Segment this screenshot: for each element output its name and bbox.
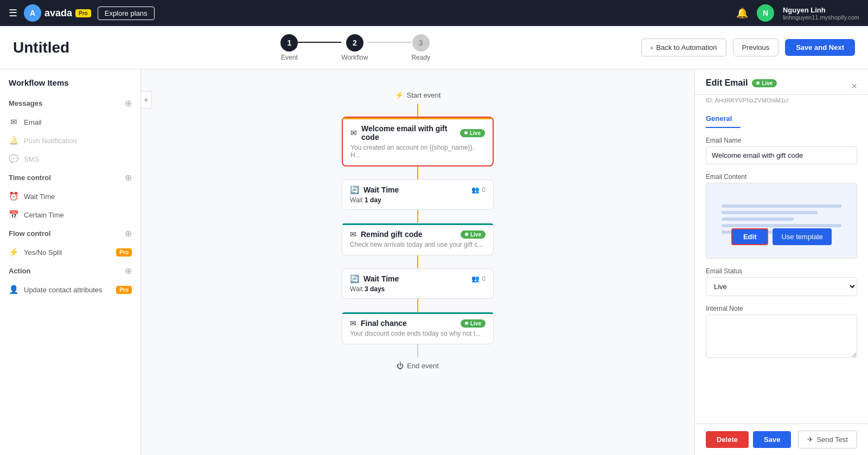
header-bar: Untitled 1 Event 2 Workflow 3 Ready ‹ Ba… — [0, 26, 868, 69]
chevron-left-icon: ‹ — [650, 43, 653, 52]
connector-line-1 — [417, 104, 418, 117]
sidebar-item-email[interactable]: ✉ Email — [0, 113, 141, 131]
back-to-automation-button[interactable]: ‹ Back to Automation — [641, 39, 726, 56]
node-top-bar-2 — [342, 223, 493, 225]
node-top-bar-3 — [342, 312, 493, 314]
sms-icon: 💬 — [9, 154, 18, 164]
bell-icon[interactable]: 🔔 — [736, 7, 748, 19]
pro-badge: Pro — [75, 9, 91, 17]
email-status-label: Email Status — [706, 267, 857, 275]
sidebar-item-push[interactable]: 🔔 Push Notification — [0, 131, 141, 150]
sms-label: SMS — [24, 155, 39, 163]
send-icon: ✈ — [807, 435, 813, 444]
wait-2-duration: 3 days — [365, 285, 385, 293]
live-badge-1: Live — [460, 129, 485, 137]
sidebar-item-yes-no-split[interactable]: ⚡ Yes/No Split Pro — [0, 243, 141, 261]
step-line-1 — [298, 42, 341, 43]
email-status-select[interactable]: Live — [706, 277, 857, 296]
navbar: ☰ A avada Pro Explore plans 🔔 N Nguyen L… — [0, 0, 868, 26]
hamburger-icon[interactable]: ☰ — [9, 7, 17, 19]
step-label-2: Workflow — [341, 54, 368, 61]
step-line-2 — [368, 42, 411, 43]
workflow-node-remind[interactable]: ✉ Remind gift code Live Check new arriva… — [342, 223, 494, 255]
messages-add-icon[interactable]: ⊕ — [125, 98, 132, 108]
certain-time-icon: 📅 — [9, 210, 18, 220]
panel-title: Edit Email Live — [706, 78, 777, 88]
save-button[interactable]: Save — [753, 431, 791, 448]
wait-1-title: Wait Time — [363, 185, 399, 194]
step-circle-3: 3 — [412, 34, 430, 52]
wait-icon-1: 🔄 — [350, 185, 359, 194]
push-icon: 🔔 — [9, 136, 18, 145]
sidebar-item-certain-time[interactable]: 📅 Certain Time — [0, 206, 141, 224]
lightning-icon: ⚡ — [395, 91, 404, 99]
step-label-3: Ready — [411, 54, 430, 61]
time-add-icon[interactable]: ⊕ — [125, 172, 132, 183]
node-top-bar-1 — [343, 118, 493, 119]
panel-title-text: Edit Email — [706, 78, 748, 88]
explore-plans-button[interactable]: Explore plans — [98, 7, 155, 20]
live-text-2: Live — [470, 232, 481, 238]
right-panel: Edit Email Live × ID: AHdRKYVPNxZVMOnlM1… — [694, 69, 868, 455]
step-ready: 3 Ready — [411, 34, 430, 61]
page-title: Untitled — [13, 39, 69, 56]
step-circle-1: 1 — [280, 34, 298, 52]
node-2-title: Remind gift code — [361, 230, 423, 239]
panel-tabs: General — [695, 110, 868, 128]
start-event-label: Start event — [407, 91, 441, 99]
workflow-node-final[interactable]: ✉ Final chance Live Your discount code e… — [342, 312, 494, 344]
save-next-button[interactable]: Save and Next — [785, 39, 855, 56]
live-text-3: Live — [470, 321, 481, 326]
email-name-input[interactable] — [706, 146, 857, 164]
step-circle-2: 2 — [346, 34, 363, 52]
wait-node-2[interactable]: 🔄 Wait Time 👥 0 Wait 3 days — [342, 268, 494, 299]
previous-button[interactable]: Previous — [733, 39, 779, 56]
workflow-node-welcome-email[interactable]: ✉ Welcome email with gift code Live You … — [342, 117, 494, 166]
main-layout: Workflow Items Messages ⊕ ✉ Email 🔔 Push… — [0, 69, 868, 455]
wait-icon-2: 🔄 — [350, 274, 359, 283]
wait-2-title: Wait Time — [363, 274, 399, 283]
users-icon-2: 👥 — [471, 275, 480, 283]
flow-add-icon[interactable]: ⊕ — [125, 228, 132, 239]
end-event: ⏻ End event — [397, 362, 439, 370]
action-add-icon[interactable]: ⊕ — [125, 266, 132, 276]
navbar-right: 🔔 N Nguyen Linh linhnguyen11.myshopify.c… — [736, 4, 859, 22]
internal-note-textarea[interactable] — [706, 315, 857, 358]
close-button[interactable]: × — [851, 81, 857, 92]
use-template-button[interactable]: Use template — [773, 228, 832, 245]
avatar: N — [757, 4, 774, 22]
end-event-label: End event — [407, 362, 439, 370]
live-dot-2 — [465, 233, 468, 236]
flow-control-section-header: Flow control ⊕ — [0, 224, 141, 243]
start-event: ⚡ Start event — [395, 91, 441, 99]
flow-control-label: Flow control — [9, 229, 50, 238]
panel-header: Edit Email Live × — [695, 69, 868, 95]
wait-node-1[interactable]: 🔄 Wait Time 👥 0 Wait 1 day — [342, 180, 494, 210]
sidebar-item-update-contact[interactable]: 👤 Update contact attributes Pro — [0, 280, 141, 299]
step-workflow: 2 Workflow — [341, 34, 368, 61]
node-3-preview: Your discount code ends today so why not… — [350, 330, 486, 337]
split-icon: ⚡ — [9, 247, 18, 257]
send-test-button[interactable]: ✈ Send Test — [798, 431, 857, 448]
wait-1-users-count: 0 — [482, 186, 486, 194]
users-icon-1: 👥 — [471, 186, 480, 194]
pro-tag-split: Pro — [116, 248, 132, 257]
wait-1-users: 👥 0 — [471, 186, 486, 194]
time-control-section-header: Time control ⊕ — [0, 168, 141, 187]
sidebar-item-wait-time[interactable]: ⏰ Wait Time — [0, 187, 141, 206]
email-name-label: Email Name — [706, 137, 857, 144]
node-2-preview: Check new arrivals today and use your gi… — [350, 241, 486, 248]
tab-general[interactable]: General — [706, 110, 741, 128]
node-3-title-row: ✉ Final chance — [350, 319, 407, 328]
sidebar-item-sms[interactable]: 💬 SMS — [0, 150, 141, 168]
wait-1-title-row: 🔄 Wait Time — [350, 185, 399, 194]
collapse-button[interactable]: « — [141, 91, 152, 108]
wait-2-title-row: 🔄 Wait Time — [350, 274, 399, 283]
node-1-title: Welcome email with gift code — [361, 124, 460, 142]
wait-1-detail: Wait 1 day — [350, 196, 486, 204]
delete-button[interactable]: Delete — [706, 431, 749, 448]
wait-2-users-count: 0 — [482, 275, 486, 283]
yes-no-split-label: Yes/No Split — [24, 248, 62, 257]
edit-button[interactable]: Edit — [731, 228, 769, 245]
panel-live-dot — [756, 81, 760, 85]
